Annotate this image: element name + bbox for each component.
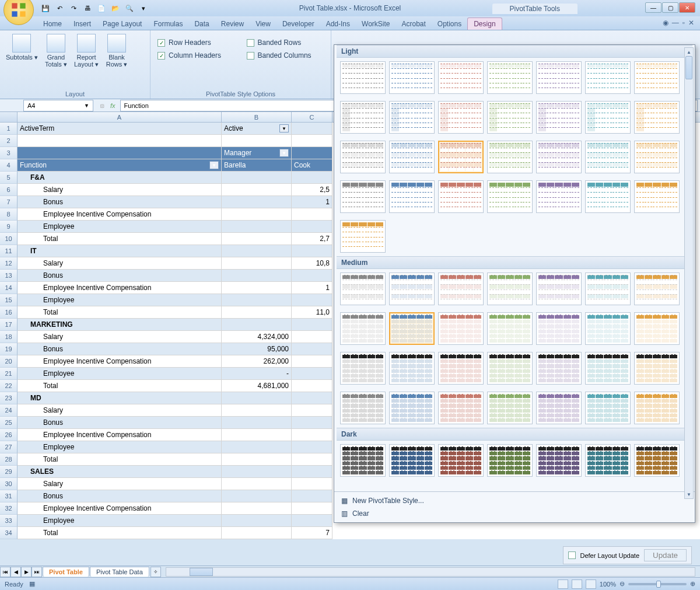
row-header[interactable]: 32 (0, 502, 18, 515)
defer-checkbox[interactable] (568, 551, 576, 559)
row-header[interactable]: 6 (0, 184, 18, 196)
row-header[interactable]: 1 (0, 123, 18, 135)
cell[interactable] (292, 478, 332, 490)
zoom-label[interactable]: 100% (600, 581, 616, 588)
maximize-button[interactable]: ▢ (662, 2, 678, 13)
cell[interactable] (18, 147, 222, 159)
row-header[interactable]: 34 (0, 527, 18, 539)
cell[interactable]: Employee (18, 294, 222, 306)
cell[interactable] (222, 466, 292, 478)
style-swatch[interactable] (536, 392, 582, 424)
cell[interactable]: Employee Incentive Compensation (18, 429, 222, 441)
cell[interactable]: 262,000 (222, 355, 292, 368)
cell[interactable]: 1 (292, 196, 332, 208)
row-header[interactable]: 14 (0, 282, 18, 294)
cell[interactable]: Employee (18, 515, 222, 527)
style-swatch[interactable] (389, 180, 435, 213)
style-swatch[interactable] (389, 312, 435, 345)
cell[interactable]: Bonus (18, 270, 222, 282)
style-swatch[interactable] (634, 392, 680, 424)
row-header[interactable]: 27 (0, 441, 18, 453)
cell[interactable] (222, 429, 292, 441)
new-sheet-icon[interactable]: ✧ (150, 567, 161, 577)
cell[interactable]: Function▼ (18, 159, 222, 172)
cell[interactable]: 95,000 (222, 343, 292, 355)
row-header[interactable]: 11 (0, 245, 18, 257)
cell[interactable] (222, 257, 292, 270)
cell[interactable]: Employee Incentive Compensation (18, 282, 222, 294)
cell[interactable]: 4,681,000 (222, 380, 292, 392)
col-header-A[interactable]: A (18, 112, 222, 122)
cell[interactable]: Manager▼ (222, 147, 292, 159)
row-header[interactable]: 13 (0, 270, 18, 282)
cell[interactable]: Bonus (18, 417, 222, 429)
cell[interactable]: 1 (292, 282, 332, 294)
row-header[interactable]: 30 (0, 478, 18, 490)
zoom-slider[interactable] (628, 583, 687, 585)
row-header[interactable]: 24 (0, 404, 18, 417)
style-swatch[interactable] (634, 61, 680, 94)
style-swatch[interactable] (340, 101, 386, 134)
tab-home[interactable]: Home (37, 18, 68, 30)
row-header[interactable]: 10 (0, 233, 18, 245)
cell[interactable] (222, 319, 292, 331)
tab-insert[interactable]: Insert (68, 18, 97, 30)
report-layout-button[interactable]: ReportLayout ▾ (73, 33, 100, 69)
style-swatch[interactable] (389, 101, 435, 134)
undo-icon[interactable]: ↶ (54, 2, 65, 14)
update-button[interactable]: Update (644, 549, 687, 561)
style-swatch[interactable] (634, 273, 680, 305)
cell[interactable] (292, 490, 332, 502)
cell[interactable]: 10,8 (292, 257, 332, 270)
style-swatch[interactable] (585, 392, 631, 424)
close-doc-icon[interactable]: ✕ (688, 19, 694, 27)
row-header[interactable]: 22 (0, 380, 18, 392)
style-swatch[interactable] (536, 352, 582, 385)
cell[interactable] (292, 208, 332, 221)
cell[interactable] (222, 196, 292, 208)
style-swatch[interactable] (340, 273, 386, 305)
style-swatch[interactable] (438, 61, 484, 94)
cell[interactable] (222, 135, 292, 147)
prev-sheet-icon[interactable]: ◀ (10, 567, 21, 577)
cell[interactable] (222, 527, 292, 539)
style-swatch[interactable] (536, 101, 582, 134)
restore-doc-icon[interactable]: ▫ (682, 19, 685, 27)
cell[interactable] (292, 270, 332, 282)
cell[interactable]: MARKETING (18, 319, 222, 331)
print-icon[interactable]: 🖶 (82, 2, 93, 14)
tab-developer[interactable]: Developer (276, 18, 320, 30)
row-header[interactable]: 2 (0, 135, 18, 147)
cell[interactable] (18, 135, 222, 147)
cell[interactable] (292, 245, 332, 257)
cell[interactable] (222, 172, 292, 184)
row-header[interactable]: 20 (0, 355, 18, 368)
cell[interactable] (222, 306, 292, 319)
minimize-button[interactable]: — (645, 2, 662, 13)
cell[interactable] (222, 490, 292, 502)
tab-data[interactable]: Data (188, 18, 215, 30)
row-header[interactable]: 4 (0, 159, 18, 172)
cell[interactable] (222, 245, 292, 257)
cell[interactable]: Salary (18, 257, 222, 270)
cell[interactable]: Salary (18, 478, 222, 490)
style-swatch[interactable] (536, 141, 582, 173)
scroll-down-icon[interactable]: ▼ (685, 490, 693, 498)
cell[interactable] (292, 343, 332, 355)
style-swatch[interactable] (487, 180, 533, 213)
col-header-C[interactable]: C (292, 112, 332, 122)
row-34[interactable]: 34Total7 (0, 527, 700, 539)
style-swatch[interactable] (634, 312, 680, 345)
normal-view-icon[interactable] (558, 579, 568, 589)
style-swatch[interactable] (340, 392, 386, 424)
cell[interactable] (222, 478, 292, 490)
cell[interactable] (292, 392, 332, 404)
style-swatch[interactable] (487, 101, 533, 134)
clear-style-button[interactable]: ▥ Clear (334, 507, 695, 520)
row-header[interactable]: 21 (0, 368, 18, 380)
cell[interactable] (292, 331, 332, 343)
cell[interactable]: Employee Incentive Compensation (18, 208, 222, 221)
style-swatch[interactable] (634, 101, 680, 134)
style-swatch[interactable] (536, 273, 582, 305)
cell[interactable]: Employee (18, 368, 222, 380)
